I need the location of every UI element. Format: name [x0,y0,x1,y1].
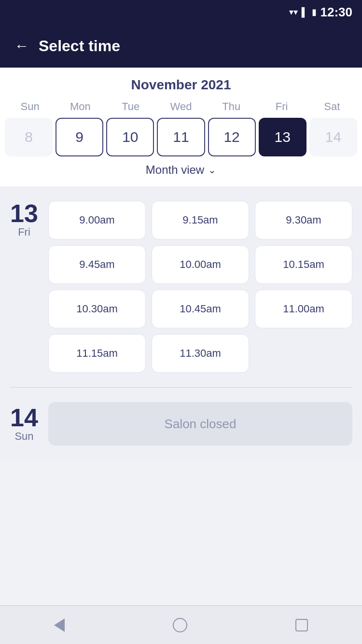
day-name-14: Sun [14,430,33,443]
weekday-tue: Tue [106,100,156,113]
status-bar: ▾▾ ▌ ▮ 12:30 [0,0,362,24]
wifi-icon: ▾▾ [289,7,298,17]
closed-row-14: 14 Sun Salon closed [10,402,352,446]
day-header-row-13: 13 Fri 9.00am 9.15am 9.30am 9.45am 10.00… [10,201,352,373]
calendar-section: November 2021 Sun Mon Tue Wed Thu Fri Sa… [0,68,362,186]
status-time: 12:30 [320,5,353,20]
month-year-label: November 2021 [0,77,362,93]
slots-section: 13 Fri 9.00am 9.15am 9.30am 9.45am 10.00… [0,186,362,460]
day-name-13: Fri [18,226,30,238]
day-section-14: 14 Sun Salon closed [0,388,362,460]
month-view-toggle[interactable]: Month view ⌄ [0,156,362,182]
back-nav-icon[interactable] [54,618,65,632]
header: ← Select time [0,24,362,68]
time-slot-1100am[interactable]: 11.00am [255,290,352,328]
date-14[interactable]: 14 [309,118,357,156]
time-slot-945am[interactable]: 9.45am [48,245,146,284]
day-section-13: 13 Fri 9.00am 9.15am 9.30am 9.45am 10.00… [0,186,362,387]
weekday-sat: Sat [307,100,357,113]
salon-closed-label: Salon closed [48,402,352,446]
page-title: Select time [39,37,120,55]
day-number-block-14: 14 Sun [10,405,39,443]
bottom-nav [0,605,362,644]
signal-icon: ▌ [302,7,308,17]
time-slot-1045am[interactable]: 10.45am [152,290,249,328]
time-slot-1015am[interactable]: 10.15am [255,245,352,284]
weekday-mon: Mon [55,100,105,113]
chevron-down-icon: ⌄ [208,164,216,176]
week-dates: 8 9 10 11 12 13 14 [0,118,362,156]
weekday-fri: Fri [256,100,306,113]
time-slot-1130am[interactable]: 11.30am [152,334,249,373]
weekday-labels: Sun Mon Tue Wed Thu Fri Sat [0,100,362,113]
time-slot-900am[interactable]: 9.00am [48,201,146,239]
date-12[interactable]: 12 [208,118,256,156]
month-view-label: Month view [146,163,204,177]
time-slot-930am[interactable]: 9.30am [255,201,352,239]
date-10[interactable]: 10 [106,118,154,156]
time-slot-1000am[interactable]: 10.00am [152,245,249,284]
date-11[interactable]: 11 [157,118,205,156]
time-slot-915am[interactable]: 9.15am [152,201,249,239]
day-number-13: 13 [10,201,38,226]
battery-icon: ▮ [312,7,317,17]
date-13[interactable]: 13 [259,118,306,156]
slots-content: 13 Fri 9.00am 9.15am 9.30am 9.45am 10.00… [0,186,362,460]
weekday-thu: Thu [206,100,256,113]
time-slots-grid-13: 9.00am 9.15am 9.30am 9.45am 10.00am 10.1… [48,201,352,373]
weekday-wed: Wed [156,100,206,113]
status-icons: ▾▾ ▌ ▮ 12:30 [289,5,352,20]
recents-nav-icon[interactable] [295,619,308,631]
time-slot-1115am[interactable]: 11.15am [48,334,146,373]
day-number-block-13: 13 Fri [10,201,39,238]
weekday-sun: Sun [5,100,55,113]
date-9[interactable]: 9 [56,118,103,156]
day-number-14: 14 [10,405,38,430]
home-nav-icon[interactable] [173,618,187,632]
date-8[interactable]: 8 [5,118,53,156]
back-button[interactable]: ← [14,39,29,53]
time-slot-1030am[interactable]: 10.30am [48,290,146,328]
